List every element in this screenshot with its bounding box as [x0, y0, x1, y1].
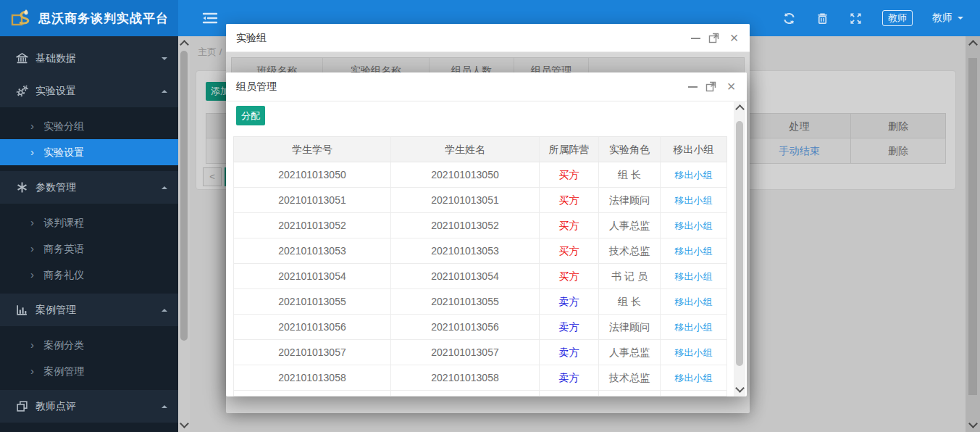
student-name: 202101013055: [391, 289, 540, 314]
fullscreen-icon[interactable]: [849, 12, 863, 25]
remove-from-group-link[interactable]: 移出小组: [675, 373, 713, 383]
scroll-down-arrow[interactable]: [735, 383, 745, 393]
column-header-camp: 所属阵营: [540, 137, 599, 162]
role-label: 法律顾问: [599, 188, 661, 212]
student-id: 202101013050: [234, 162, 391, 187]
pagination-prev-button[interactable]: <: [203, 167, 222, 186]
maximize-icon[interactable]: [705, 81, 716, 92]
minimize-icon[interactable]: [688, 86, 698, 88]
members-table-header: 学生学号 学生姓名 所属阵营 实验角色 移出小组: [233, 136, 727, 162]
close-icon[interactable]: ×: [726, 81, 737, 92]
remove-from-group-link[interactable]: 移出小组: [675, 195, 713, 206]
submenu-case-management: 案例分类 案例管理: [0, 326, 178, 390]
breadcrumb-home[interactable]: 主页: [198, 46, 217, 57]
chevron-up-icon: [162, 402, 167, 408]
column-header-role: 实验角色: [599, 137, 661, 162]
remove-from-group-link[interactable]: 移出小组: [675, 271, 713, 282]
sidebar-item-label: 实验设置: [35, 85, 76, 98]
sidebar-subitem-negotiation-course[interactable]: 谈判课程: [0, 209, 178, 236]
maximize-icon[interactable]: [708, 33, 719, 43]
role-label: 人事总监: [599, 213, 661, 238]
bar-chart-icon: [16, 304, 28, 316]
student-name: 202101013057: [391, 340, 540, 365]
sidebar-item-basic-data[interactable]: 基础数据: [0, 42, 178, 75]
bank-icon: [16, 52, 28, 65]
sidebar-item-label: 参数管理: [35, 181, 76, 194]
role-badge[interactable]: 教师: [882, 10, 913, 26]
remove-from-group-link[interactable]: 移出小组: [675, 322, 713, 333]
breadcrumb-separator: /: [219, 46, 222, 57]
sidebar-subitem-business-english[interactable]: 商务英语: [0, 236, 178, 262]
breadcrumb: 主页 /: [198, 46, 222, 59]
member-row-clipped: [233, 391, 727, 396]
manual-end-link[interactable]: 手动结束: [779, 145, 820, 157]
scroll-up-arrow[interactable]: [735, 104, 745, 114]
delete-link[interactable]: 删除: [851, 138, 945, 163]
role-label: 法律顾问: [599, 315, 661, 339]
sidebar-subitem-experiment-grouping[interactable]: 实验分组: [0, 113, 178, 139]
topbar-actions: 教师 教师: [782, 0, 963, 36]
scroll-thumb[interactable]: [968, 58, 977, 395]
submenu-teacher-review: 教师点评: [0, 423, 178, 432]
sidebar-subitem-teacher-review[interactable]: 教师点评: [0, 428, 178, 432]
close-icon[interactable]: ×: [729, 33, 740, 43]
sidebar-item-case-management[interactable]: 案例管理: [0, 294, 178, 326]
student-id: 202101013058: [234, 365, 391, 390]
assign-button[interactable]: 分配: [236, 106, 265, 125]
page-scrollbar: [966, 36, 980, 432]
student-name: 202101013052: [391, 213, 540, 238]
modal-title: 实验组: [236, 24, 267, 52]
remove-from-group-link[interactable]: 移出小组: [675, 347, 713, 358]
refresh-icon[interactable]: [782, 12, 796, 25]
camp-label: 卖方: [559, 346, 579, 358]
sidebar-item-teacher-review[interactable]: 教师点评: [0, 390, 178, 423]
menu-fold-icon[interactable]: [201, 11, 219, 25]
gears-icon: [16, 85, 28, 97]
trash-icon[interactable]: [816, 12, 829, 25]
sidebar-item-experiment-settings[interactable]: 实验设置: [0, 75, 178, 107]
member-management-modal: 组员管理 × 分配 学生学号 学生姓名 所属阵营 实验角色 移出小组: [226, 72, 747, 396]
scroll-down-arrow[interactable]: [180, 419, 189, 428]
sidebar-scrollbar: [178, 36, 190, 432]
member-row: 202101013052 202101013052 买方 人事总监 移出小组: [233, 213, 727, 238]
sidebar-subitem-experiment-settings[interactable]: 实验设置: [0, 139, 178, 165]
camp-label: 买方: [559, 270, 579, 282]
windows-icon: [16, 400, 28, 412]
camp-label: 卖方: [559, 372, 579, 383]
user-dropdown[interactable]: 教师: [932, 12, 963, 25]
chevron-down-icon: [958, 17, 963, 22]
scroll-thumb[interactable]: [736, 121, 743, 366]
sidebar-item-label: 基础数据: [35, 52, 76, 65]
user-dropdown-label: 教师: [932, 12, 952, 25]
sidebar-subitem-case-management[interactable]: 案例管理: [0, 358, 178, 384]
modal-body: 分配 学生学号 学生姓名 所属阵营 实验角色 移出小组 202101013050…: [226, 101, 747, 396]
members-table: 学生学号 学生姓名 所属阵营 实验角色 移出小组 202101013050 20…: [233, 136, 727, 396]
scroll-thumb[interactable]: [180, 51, 188, 341]
student-id: 202101013055: [234, 289, 391, 314]
submenu-parameter-management: 谈判课程 商务英语 商务礼仪: [0, 204, 178, 294]
minimize-icon[interactable]: [691, 38, 700, 39]
chevron-up-icon: [162, 87, 167, 93]
app-window: 思沃商务谈判实战平台 教师: [0, 0, 980, 432]
sidebar-item-parameter-management[interactable]: 参数管理: [0, 171, 178, 204]
remove-from-group-link[interactable]: 移出小组: [675, 296, 713, 307]
student-id: 202101013057: [234, 340, 391, 365]
column-header-delete: 删除: [851, 114, 945, 138]
remove-from-group-link[interactable]: 移出小组: [675, 220, 713, 231]
role-label: 技术总监: [599, 365, 661, 390]
column-header-student-id: 学生学号: [234, 137, 391, 162]
student-id: 202101013052: [234, 213, 391, 238]
remove-from-group-link[interactable]: 移出小组: [675, 170, 713, 180]
sidebar-subitem-business-etiquette[interactable]: 商务礼仪: [0, 262, 178, 288]
student-name: 202101013050: [391, 162, 540, 187]
sidebar-subitem-case-category[interactable]: 案例分类: [0, 332, 178, 358]
scroll-up-arrow[interactable]: [180, 40, 189, 49]
student-id: 202101013053: [234, 238, 391, 263]
scroll-up-arrow[interactable]: [968, 40, 978, 49]
student-id: 202101013051: [234, 188, 391, 212]
remove-from-group-link[interactable]: 移出小组: [675, 246, 713, 257]
sidebar-item-label: 案例管理: [35, 304, 76, 317]
scroll-down-arrow[interactable]: [968, 419, 978, 428]
student-id: 202101013056: [234, 315, 391, 339]
chevron-up-icon: [162, 306, 167, 312]
